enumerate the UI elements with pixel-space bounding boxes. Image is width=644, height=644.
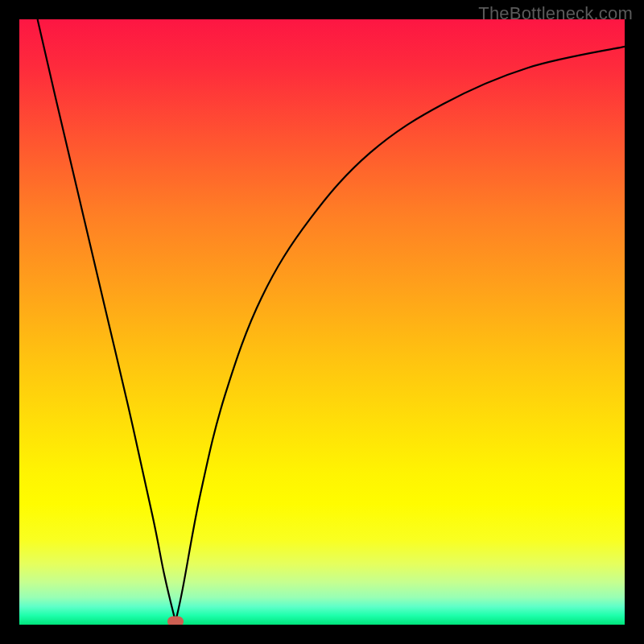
watermark-text: TheBottleneck.com xyxy=(478,3,633,24)
optimal-point-marker xyxy=(167,617,184,625)
curve-svg xyxy=(19,19,625,625)
bottleneck-curve xyxy=(38,19,625,621)
plot-area xyxy=(19,19,625,625)
chart-container: TheBottleneck.com xyxy=(0,0,644,644)
